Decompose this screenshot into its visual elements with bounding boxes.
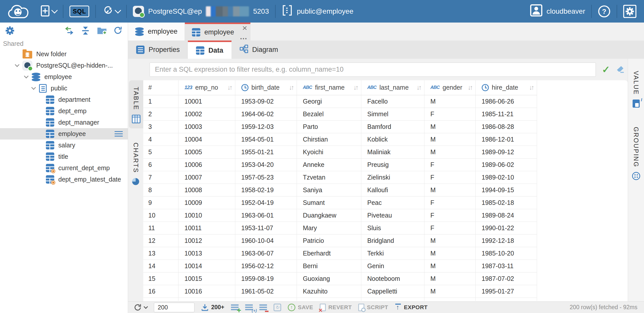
fetch-more-button[interactable]: 200+ (201, 304, 224, 311)
cell-gender[interactable]: M (424, 234, 475, 247)
collapse-all-button[interactable] (81, 26, 90, 35)
cell-gender[interactable]: M (424, 247, 475, 260)
cell-first_name[interactable]: Georgi (297, 95, 361, 108)
cell-rownum[interactable]: 7 (143, 171, 178, 184)
cell-gender[interactable]: M (424, 272, 475, 285)
cell-gender[interactable]: F (424, 196, 475, 209)
help-button[interactable]: ? (598, 5, 611, 18)
cell-rownum[interactable]: 15 (143, 272, 178, 285)
revert-button[interactable]: REVERT (320, 304, 352, 311)
cell-hire_date[interactable]: 1994-09-15 (475, 184, 537, 196)
cell-birth_date[interactable]: 1964-06-02 (235, 108, 297, 120)
cell-last_name[interactable]: Genin (361, 260, 424, 272)
cell-first_name[interactable]: Kyoichi (297, 146, 361, 158)
chevron-down-icon[interactable] (11, 65, 23, 66)
cell-birth_date[interactable]: 1952-04-19 (235, 196, 297, 209)
settings-button[interactable] (623, 5, 636, 18)
link-editor-button[interactable] (64, 26, 74, 35)
cell-first_name[interactable]: Patricio (297, 234, 361, 247)
cell-rownum[interactable]: 3 (143, 120, 178, 133)
cell-first_name[interactable]: Saniya (297, 184, 361, 196)
cell-emp_no[interactable]: 10012 (178, 234, 235, 247)
column-header-gender[interactable]: gender (424, 80, 475, 95)
cell-first_name[interactable]: Chirstian (297, 133, 361, 146)
cloudbeaver-logo-icon[interactable] (6, 3, 30, 20)
cell-first_name[interactable]: Bezalel (297, 108, 361, 120)
sort-icon[interactable] (529, 84, 535, 91)
cell-last_name[interactable]: Terkki (361, 247, 424, 260)
tree-item[interactable]: employee (0, 71, 128, 83)
script-button[interactable]: SCRIPT (358, 304, 388, 311)
apply-filter-icon[interactable] (602, 65, 610, 74)
cell-birth_date[interactable]: 1955-01-21 (235, 146, 297, 158)
tree-item[interactable]: New folder (0, 48, 128, 60)
sort-icon[interactable] (353, 84, 360, 91)
cell-birth_date[interactable]: 1956-02-12 (235, 260, 297, 272)
cell-first_name[interactable]: Parto (297, 120, 361, 133)
cell-birth_date[interactable]: 1958-02-19 (235, 184, 297, 196)
cell-gender[interactable]: M (424, 120, 475, 133)
cell-gender[interactable]: F (424, 158, 475, 171)
clear-filter-icon[interactable] (616, 65, 625, 75)
cell-last_name[interactable]: Simmel (361, 108, 424, 120)
sql-editor-button[interactable]: SQL (69, 6, 89, 17)
cell-hire_date[interactable]: 1995-01-27 (475, 285, 537, 298)
close-tab-icon[interactable] (242, 24, 247, 32)
chevron-down-icon[interactable] (28, 87, 39, 89)
cell-hire_date[interactable]: 1992-12-18 (475, 234, 537, 247)
tree-item[interactable]: PostgreSQL@ep-hidden-... (0, 60, 128, 71)
cell-gender[interactable]: F (424, 108, 475, 120)
cell-rownum[interactable]: 10 (143, 209, 178, 222)
tree-item[interactable]: title (0, 151, 128, 162)
column-header-hire_date[interactable]: hire_date (475, 80, 537, 95)
tree-item[interactable]: department (0, 94, 128, 105)
cell-last_name[interactable]: Piveteau (361, 209, 424, 222)
cell-first_name[interactable]: Sumant (297, 196, 361, 209)
cell-gender[interactable]: F (424, 209, 475, 222)
driver-tools-button[interactable] (102, 5, 120, 17)
cell-rownum[interactable]: 2 (143, 108, 178, 120)
cell-hire_date[interactable]: 1987-03-11 (475, 260, 537, 272)
refresh-results-button[interactable] (134, 303, 147, 311)
tab-properties[interactable]: Properties (128, 41, 188, 59)
cell-hire_date[interactable]: 1989-08-24 (475, 209, 537, 222)
cell-rownum[interactable]: 4 (143, 133, 178, 146)
cell-birth_date[interactable]: 1953-09-02 (235, 95, 297, 108)
tree-item[interactable]: public (0, 83, 128, 94)
refresh-tree-button[interactable] (113, 26, 123, 35)
cell-last_name[interactable]: Peac (361, 196, 424, 209)
cell-gender[interactable]: M (424, 285, 475, 298)
cell-emp_no[interactable]: 10004 (178, 133, 235, 146)
cell-gender[interactable]: M (424, 260, 475, 272)
delete-row-button[interactable] (259, 304, 267, 310)
cell-rownum[interactable]: 12 (143, 234, 178, 247)
cell-rownum[interactable]: 13 (143, 247, 178, 260)
cell-rownum[interactable]: 6 (143, 158, 178, 171)
cell-emp_no[interactable]: 10002 (178, 108, 235, 120)
cell-hire_date[interactable]: 1985-02-18 (475, 196, 537, 209)
cell-gender[interactable]: M (424, 146, 475, 158)
cell-emp_no[interactable]: 10014 (178, 260, 235, 272)
cell-hire_date[interactable]: 1987-07-02 (475, 272, 537, 285)
cell-last_name[interactable]: Koblick (361, 133, 424, 146)
cell-hire_date[interactable]: 1989-02-10 (475, 171, 537, 184)
tab-diagram[interactable]: Diagram (231, 41, 286, 59)
cell-emp_no[interactable]: 10003 (178, 120, 235, 133)
column-header-emp_no[interactable]: emp_no (178, 80, 235, 95)
cell-first_name[interactable]: Mary (297, 222, 361, 234)
cell-hire_date[interactable]: 1990-01-22 (475, 222, 537, 234)
cell-gender[interactable]: M (424, 95, 475, 108)
tree-item[interactable]: employee (0, 128, 128, 140)
cell-hire_date[interactable]: 1989-06-02 (475, 158, 537, 171)
cell-gender[interactable]: M (424, 184, 475, 196)
cell-rownum[interactable]: 14 (143, 260, 178, 272)
connection-selector[interactable]: PostgreSQL@ep5203 (133, 6, 269, 17)
cell-emp_no[interactable]: 10009 (178, 196, 235, 209)
sort-icon[interactable] (417, 84, 423, 91)
column-header-last_name[interactable]: last_name (361, 80, 424, 95)
cell-last_name[interactable]: Sluis (361, 222, 424, 234)
panel-tab-grouping[interactable]: GROUPING (628, 120, 644, 185)
cell-birth_date[interactable]: 1961-05-02 (235, 285, 297, 298)
cell-emp_no[interactable]: 10007 (178, 171, 235, 184)
save-button[interactable]: SAVE (288, 304, 313, 311)
